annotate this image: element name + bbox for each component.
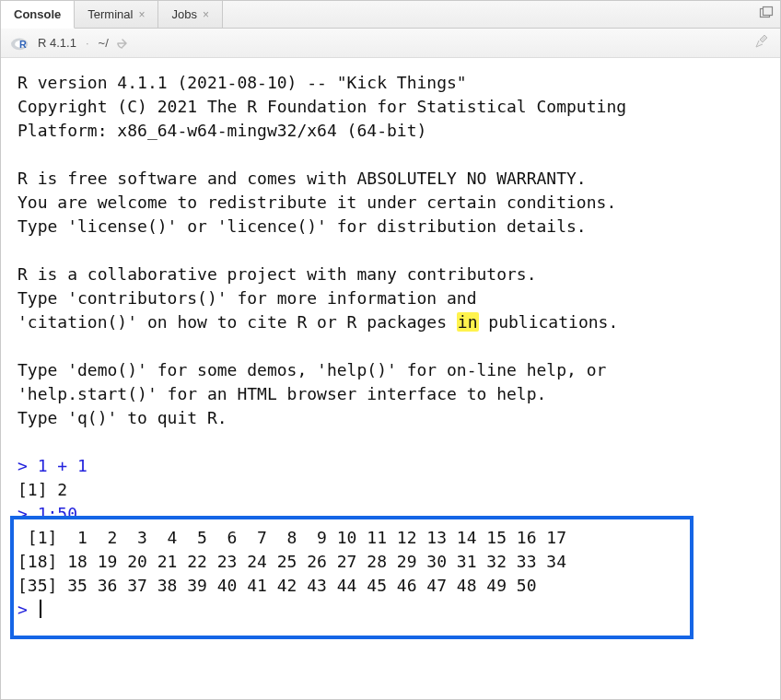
popout-icon	[759, 6, 774, 23]
tab-console[interactable]: Console	[1, 1, 75, 29]
cursor-highlight: in	[457, 312, 479, 332]
output-line: [18] 18 19 20 21 22 23 24 25 26 27 28 29…	[17, 552, 566, 571]
banner-line: Platform: x86_64-w64-mingw32/x64 (64-bit…	[17, 121, 426, 140]
banner-line: 'help.start()' for an HTML browser inter…	[17, 384, 546, 403]
tab-label: Console	[14, 7, 61, 21]
banner-line: Type 'demo()' for some demos, 'help()' f…	[17, 360, 606, 379]
banner-line: R version 4.1.1 (2021-08-10) -- "Kick Th…	[17, 73, 467, 92]
svg-text:R: R	[19, 39, 27, 50]
tab-jobs[interactable]: Jobs×	[158, 1, 222, 28]
working-dir-label: ~/	[99, 36, 109, 50]
console-toolbar: R R 4.1.1 · ~/	[1, 29, 780, 58]
tabstrip-spacer	[223, 1, 752, 28]
tab-label: Terminal	[87, 7, 133, 21]
console-output[interactable]: R version 4.1.1 (2021-08-10) -- "Kick Th…	[1, 58, 780, 699]
svg-rect-1	[764, 7, 773, 16]
r-version-label: R 4.1.1	[38, 36, 76, 50]
clear-console-button[interactable]	[754, 33, 771, 52]
console-panel: ConsoleTerminal×Jobs× R R 4.1.1 · ~/	[0, 0, 781, 700]
output-line: [35] 35 36 37 38 39 40 41 42 43 44 45 46…	[17, 576, 537, 595]
close-icon[interactable]: ×	[203, 9, 209, 20]
goto-dir-icon[interactable]	[116, 37, 131, 50]
tabstrip: ConsoleTerminal×Jobs×	[1, 1, 780, 29]
banner-line: R is a collaborative project with many c…	[17, 264, 537, 284]
output-line: [1] 2	[17, 480, 67, 499]
broom-icon	[754, 33, 771, 52]
banner-line: Type 'q()' to quit R.	[17, 408, 227, 427]
banner-line: Copyright (C) 2021 The R Foundation for …	[17, 97, 626, 116]
prompt-line: > 1 + 1	[17, 456, 87, 475]
separator-dot: ·	[86, 36, 89, 50]
tab-label: Jobs	[171, 7, 196, 21]
close-icon[interactable]: ×	[138, 9, 145, 20]
text-cursor	[40, 600, 41, 618]
banner-line: R is free software and comes with ABSOLU…	[17, 169, 587, 188]
banner-line: 'citation()' on how to cite R or R packa…	[17, 312, 618, 332]
banner-line: You are welcome to redistribute it under…	[17, 192, 616, 212]
banner-line: Type 'license()' or 'licence()' for dist…	[17, 216, 587, 236]
banner-line: Type 'contributors()' for more informati…	[17, 288, 477, 308]
prompt-line-active[interactable]: >	[17, 600, 41, 619]
prompt-line: > 1:50	[17, 504, 77, 523]
output-line: [1] 1 2 3 4 5 6 7 8 9 10 11 12 13 14 15 …	[17, 528, 566, 547]
popout-button[interactable]	[752, 1, 780, 28]
tab-terminal[interactable]: Terminal×	[75, 1, 158, 28]
r-logo-icon: R	[10, 35, 30, 52]
